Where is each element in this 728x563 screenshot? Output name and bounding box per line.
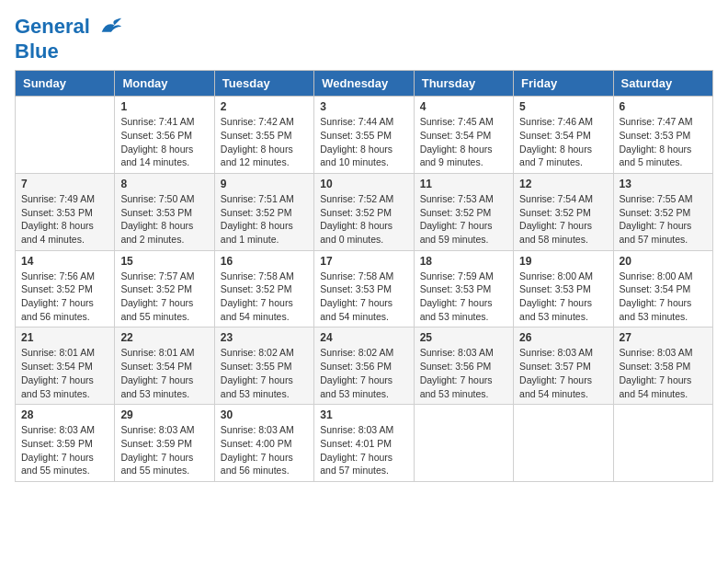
day-number: 29	[120, 408, 208, 421]
day-number: 26	[519, 331, 607, 344]
day-number: 24	[320, 331, 407, 344]
calendar-cell: 30Sunrise: 8:03 AM Sunset: 4:00 PM Dayli…	[214, 405, 313, 482]
day-info: Sunrise: 8:03 AM Sunset: 4:01 PM Dayligh…	[320, 423, 407, 477]
calendar-cell: 21Sunrise: 8:01 AM Sunset: 3:54 PM Dayli…	[16, 327, 115, 405]
day-info: Sunrise: 8:03 AM Sunset: 3:59 PM Dayligh…	[21, 423, 108, 477]
day-number: 10	[320, 178, 407, 190]
weekday-sunday: Sunday	[16, 71, 115, 97]
day-info: Sunrise: 7:57 AM Sunset: 3:52 PM Dayligh…	[120, 270, 208, 324]
day-number: 28	[21, 408, 108, 421]
calendar-cell: 20Sunrise: 8:00 AM Sunset: 3:54 PM Dayli…	[613, 250, 712, 327]
day-info: Sunrise: 8:01 AM Sunset: 3:54 PM Dayligh…	[21, 346, 108, 400]
day-info: Sunrise: 7:47 AM Sunset: 3:53 PM Dayligh…	[620, 115, 707, 169]
weekday-saturday: Saturday	[613, 71, 712, 97]
calendar-cell: 13Sunrise: 7:55 AM Sunset: 3:52 PM Dayli…	[613, 173, 712, 250]
calendar-cell: 3Sunrise: 7:44 AM Sunset: 3:55 PM Daylig…	[314, 97, 414, 174]
day-number: 5	[519, 100, 607, 113]
day-number: 19	[519, 255, 607, 268]
day-number: 13	[620, 178, 707, 190]
calendar-cell: 12Sunrise: 7:54 AM Sunset: 3:52 PM Dayli…	[514, 173, 613, 250]
day-info: Sunrise: 8:02 AM Sunset: 3:55 PM Dayligh…	[221, 346, 308, 400]
day-number: 3	[320, 100, 407, 113]
day-number: 14	[21, 255, 108, 268]
day-number: 6	[620, 100, 707, 113]
week-row-5: 28Sunrise: 8:03 AM Sunset: 3:59 PM Dayli…	[16, 405, 713, 482]
day-info: Sunrise: 8:03 AM Sunset: 3:59 PM Dayligh…	[120, 423, 208, 477]
day-info: Sunrise: 8:00 AM Sunset: 3:53 PM Dayligh…	[519, 270, 607, 324]
day-number: 15	[120, 255, 208, 268]
day-info: Sunrise: 7:53 AM Sunset: 3:52 PM Dayligh…	[420, 192, 507, 247]
calendar-cell	[414, 405, 513, 482]
calendar-cell: 17Sunrise: 7:58 AM Sunset: 3:53 PM Dayli…	[314, 250, 414, 327]
day-number: 21	[21, 331, 108, 344]
day-number: 18	[420, 255, 507, 268]
calendar-cell: 23Sunrise: 8:02 AM Sunset: 3:55 PM Dayli…	[214, 327, 313, 405]
logo-general: General	[15, 15, 90, 38]
day-number: 17	[320, 255, 407, 268]
day-info: Sunrise: 7:44 AM Sunset: 3:55 PM Dayligh…	[320, 115, 407, 169]
calendar-cell: 26Sunrise: 8:03 AM Sunset: 3:57 PM Dayli…	[514, 327, 613, 405]
day-number: 2	[221, 100, 308, 113]
day-info: Sunrise: 7:49 AM Sunset: 3:53 PM Dayligh…	[21, 192, 108, 247]
day-number: 25	[420, 331, 507, 344]
day-info: Sunrise: 7:58 AM Sunset: 3:53 PM Dayligh…	[320, 270, 407, 324]
logo-blue: Blue	[15, 40, 123, 63]
day-info: Sunrise: 8:03 AM Sunset: 3:58 PM Dayligh…	[620, 346, 707, 400]
calendar-cell: 31Sunrise: 8:03 AM Sunset: 4:01 PM Dayli…	[314, 405, 414, 482]
day-info: Sunrise: 7:58 AM Sunset: 3:52 PM Dayligh…	[221, 270, 308, 324]
calendar-cell: 11Sunrise: 7:53 AM Sunset: 3:52 PM Dayli…	[414, 173, 513, 250]
day-info: Sunrise: 8:00 AM Sunset: 3:54 PM Dayligh…	[620, 270, 707, 324]
calendar-cell	[613, 405, 712, 482]
calendar-cell: 24Sunrise: 8:02 AM Sunset: 3:56 PM Dayli…	[314, 327, 414, 405]
day-number: 31	[320, 408, 407, 421]
calendar-cell: 4Sunrise: 7:45 AM Sunset: 3:54 PM Daylig…	[414, 97, 513, 174]
day-number: 23	[221, 331, 308, 344]
week-row-4: 21Sunrise: 8:01 AM Sunset: 3:54 PM Dayli…	[16, 327, 713, 405]
calendar-cell: 28Sunrise: 8:03 AM Sunset: 3:59 PM Dayli…	[16, 405, 115, 482]
calendar-cell: 7Sunrise: 7:49 AM Sunset: 3:53 PM Daylig…	[16, 173, 115, 250]
calendar-cell: 16Sunrise: 7:58 AM Sunset: 3:52 PM Dayli…	[214, 250, 313, 327]
day-number: 30	[221, 408, 308, 421]
day-info: Sunrise: 7:46 AM Sunset: 3:54 PM Dayligh…	[519, 115, 607, 169]
day-number: 20	[620, 255, 707, 268]
weekday-tuesday: Tuesday	[214, 71, 313, 97]
day-info: Sunrise: 7:54 AM Sunset: 3:52 PM Dayligh…	[519, 192, 607, 247]
calendar-header: SundayMondayTuesdayWednesdayThursdayFrid…	[16, 71, 713, 97]
logo: General Blue	[15, 15, 123, 63]
day-info: Sunrise: 7:52 AM Sunset: 3:52 PM Dayligh…	[320, 192, 407, 247]
calendar-cell: 2Sunrise: 7:42 AM Sunset: 3:55 PM Daylig…	[214, 97, 313, 174]
day-number: 16	[221, 255, 308, 268]
day-info: Sunrise: 8:02 AM Sunset: 3:56 PM Dayligh…	[320, 346, 407, 400]
weekday-monday: Monday	[115, 71, 214, 97]
weekday-header-row: SundayMondayTuesdayWednesdayThursdayFrid…	[16, 71, 713, 97]
weekday-wednesday: Wednesday	[314, 71, 414, 97]
day-number: 12	[519, 178, 607, 190]
day-number: 27	[620, 331, 707, 344]
logo-text: General	[15, 15, 123, 40]
calendar-body: 1Sunrise: 7:41 AM Sunset: 3:56 PM Daylig…	[16, 97, 713, 482]
day-number: 11	[420, 178, 507, 190]
calendar-cell: 15Sunrise: 7:57 AM Sunset: 3:52 PM Dayli…	[115, 250, 214, 327]
calendar-cell: 6Sunrise: 7:47 AM Sunset: 3:53 PM Daylig…	[613, 97, 712, 174]
week-row-3: 14Sunrise: 7:56 AM Sunset: 3:52 PM Dayli…	[16, 250, 713, 327]
day-info: Sunrise: 8:03 AM Sunset: 3:57 PM Dayligh…	[519, 346, 607, 400]
weekday-thursday: Thursday	[414, 71, 513, 97]
day-info: Sunrise: 7:55 AM Sunset: 3:52 PM Dayligh…	[620, 192, 707, 247]
day-info: Sunrise: 7:45 AM Sunset: 3:54 PM Dayligh…	[420, 115, 507, 169]
page-header: General Blue	[15, 15, 713, 63]
calendar-cell: 10Sunrise: 7:52 AM Sunset: 3:52 PM Dayli…	[314, 173, 414, 250]
calendar-cell	[514, 405, 613, 482]
week-row-2: 7Sunrise: 7:49 AM Sunset: 3:53 PM Daylig…	[16, 173, 713, 250]
calendar-cell: 9Sunrise: 7:51 AM Sunset: 3:52 PM Daylig…	[214, 173, 313, 250]
day-info: Sunrise: 8:03 AM Sunset: 4:00 PM Dayligh…	[221, 423, 308, 477]
calendar-cell: 27Sunrise: 8:03 AM Sunset: 3:58 PM Dayli…	[613, 327, 712, 405]
weekday-friday: Friday	[514, 71, 613, 97]
day-number: 1	[120, 100, 208, 113]
day-number: 22	[120, 331, 208, 344]
day-number: 4	[420, 100, 507, 113]
calendar-cell: 5Sunrise: 7:46 AM Sunset: 3:54 PM Daylig…	[514, 97, 613, 174]
day-number: 7	[21, 178, 108, 190]
logo-bird-icon	[97, 15, 123, 40]
week-row-1: 1Sunrise: 7:41 AM Sunset: 3:56 PM Daylig…	[16, 97, 713, 174]
day-info: Sunrise: 7:59 AM Sunset: 3:53 PM Dayligh…	[420, 270, 507, 324]
